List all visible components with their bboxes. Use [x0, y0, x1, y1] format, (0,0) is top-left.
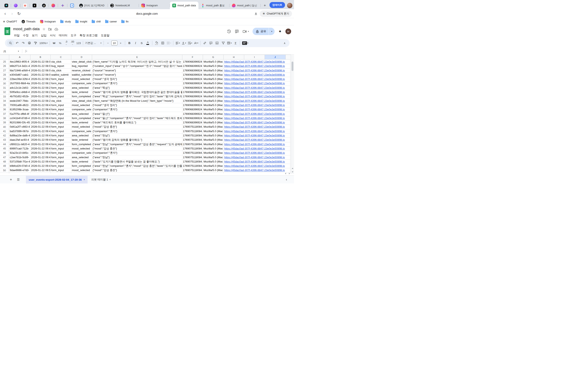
- column-header-b[interactable]: B: [30, 55, 51, 59]
- select-all-corner[interactable]: [0, 55, 9, 59]
- vertical-scrollbar-thumb[interactable]: [292, 62, 293, 71]
- text-rotation-icon[interactable]: ▾: [193, 40, 199, 46]
- cell-url-link[interactable]: https://45dac0ad-307f-4396-8847-23e0e3e5…: [224, 68, 290, 73]
- sheets-logo-icon[interactable]: [4, 27, 10, 35]
- name-box[interactable]: J1: [0, 50, 18, 53]
- cell-url-link[interactable]: https://45dac0ad-307f-4396-8847-23e0e3e5…: [224, 133, 290, 138]
- cell-user-agent[interactable]: Mozilla/5.0 (Mac: [203, 133, 224, 138]
- column-header-e[interactable]: E: [92, 55, 182, 59]
- ask-chatgpt-button[interactable]: ✳ ChatGPT에게 묻기: [260, 10, 292, 17]
- cell-user-id[interactable]: 6d9ba10e-dafb-4: [9, 133, 30, 138]
- move-folder-icon[interactable]: [48, 27, 52, 31]
- cell-user-id[interactable]: eede1947-79dc-: [9, 99, 30, 103]
- menu-item[interactable]: 서식: [48, 33, 57, 38]
- cell-user-id[interactable]: cc041b4f-87d9-4: [9, 116, 30, 120]
- meet-video-icon[interactable]: ▾: [242, 30, 249, 33]
- cell-timestamp[interactable]: 2026-01-22 08:4: [30, 108, 51, 112]
- cell-url-link[interactable]: https://45dac0ad-307f-4396-8847-23e0e3e5…: [224, 73, 290, 77]
- column-header-j-selected[interactable]: J: [265, 55, 286, 59]
- cell-payload[interactable]: {"mood":"생각 정리"}: [92, 103, 182, 108]
- cell-timestamp[interactable]: 2026-01-22 08:0: [30, 60, 51, 64]
- cell-epoch-ms[interactable]: 1769068396924: [182, 90, 203, 94]
- cell-epoch-ms[interactable]: 1769075118084.: [182, 129, 203, 133]
- menu-item[interactable]: 파일: [12, 33, 21, 38]
- column-header-i[interactable]: I: [244, 55, 265, 59]
- cell-user-id[interactable]: c2ee781b-5c89-: [9, 155, 30, 160]
- cell-payload[interactable]: {"area":"뚝섬","companion":"혼자","mood":"생각…: [92, 94, 182, 99]
- star-icon[interactable]: ☆: [43, 27, 45, 31]
- menu-item[interactable]: 확장 프로그램: [78, 33, 99, 38]
- cell-user-id[interactable]: 0d41a2f7-c663-4: [9, 125, 30, 129]
- row-number[interactable]: 39: [0, 120, 9, 125]
- cell-epoch-ms[interactable]: 1769068396924: [182, 81, 203, 86]
- cell-url-link[interactable]: https://45dac0ad-307f-4396-8847-23e0e3e5…: [224, 142, 290, 147]
- cell-url-link[interactable]: https://45dac0ad-307f-4396-8847-23e0e3e5…: [224, 160, 290, 164]
- cell-payload[interactable]: {"taste":"왕가위 감독의 영화를 좋아해요. 국립현대미술관 같은 현…: [92, 90, 182, 94]
- cell-url-link[interactable]: https://45dac0ad-307f-4396-8847-23e0e3e5…: [224, 151, 290, 155]
- cell-epoch-ms[interactable]: 1769068396924: [182, 112, 203, 116]
- cell-event-category[interactable]: bug_report: [51, 64, 71, 68]
- pinned-tab-gmail[interactable]: [20, 2, 30, 9]
- column-header-c[interactable]: C: [51, 55, 71, 59]
- cell-url-link[interactable]: https://45dac0ad-307f-4396-8847-23e0e3e5…: [224, 147, 290, 151]
- cell-timestamp[interactable]: 2026-01-22 08:4: [30, 116, 51, 120]
- cell-payload[interactable]: {"companion":"혼자"}: [92, 81, 182, 86]
- row-number[interactable]: 26: [0, 64, 9, 68]
- cell-event-category[interactable]: form_input: [51, 147, 71, 151]
- cell-url-link[interactable]: https://45dac0ad-307f-4396-8847-23e0e3e5…: [224, 168, 290, 173]
- cell-user-id[interactable]: 22bec06d-32fd-4: [9, 77, 30, 81]
- decrease-decimals-icon[interactable]: .0←: [63, 40, 69, 46]
- pinned-tab-genie[interactable]: [11, 2, 20, 9]
- cell-event-name[interactable]: mood_selected: [71, 147, 92, 151]
- formula-input[interactable]: [27, 48, 294, 54]
- bold-icon[interactable]: B: [127, 40, 132, 46]
- cell-timestamp[interactable]: 2026-01-22 08:2: [30, 77, 51, 81]
- horizontal-align-icon[interactable]: ▾: [175, 40, 181, 46]
- cell-epoch-ms[interactable]: 1769068396924: [182, 77, 203, 81]
- cell-payload[interactable]: {"area":"한남"}: [92, 133, 182, 138]
- cell-event-name[interactable]: taste_entered: [71, 120, 92, 125]
- cell-timestamp[interactable]: 2026-01-22 09:4: [30, 125, 51, 129]
- cell-timestamp[interactable]: 2026-01-22 08:4: [30, 120, 51, 125]
- cell-user-agent[interactable]: Mozilla/5.0 (Mac: [203, 173, 224, 174]
- row-number[interactable]: 46: [0, 151, 9, 155]
- cell-event-name[interactable]: area_selected: [71, 112, 92, 116]
- cell-payload[interactable]: {"area":"한남","companion":"혼자","mood":"감성…: [92, 164, 182, 168]
- cell-event-category[interactable]: form_input: [51, 90, 71, 94]
- cell-payload[interactable]: {"companion":"혼자"}: [92, 129, 182, 133]
- tab-mood-path-site[interactable]: mood_path | 당신: [229, 2, 260, 9]
- download-icon[interactable]: [254, 12, 258, 15]
- cell-user-id[interactable]: f1a7f75c-dfb8-4f: [9, 112, 30, 116]
- format-currency-icon[interactable]: ₩: [51, 40, 57, 46]
- row-number[interactable]: 32: [0, 90, 9, 94]
- cell-event-name[interactable]: view_detail_click: [71, 99, 92, 103]
- bookmark-folder-study[interactable]: study: [60, 20, 71, 23]
- cell-event-name[interactable]: area_selected: [71, 133, 92, 138]
- bookmark-folder-career[interactable]: career: [105, 20, 117, 23]
- cell-url-link[interactable]: https://45dac0ad-307f-4396-8847-23e0e3e5…: [224, 64, 290, 68]
- menu-item[interactable]: 수정: [21, 33, 30, 38]
- cell-event-category[interactable]: form_input: [51, 103, 71, 108]
- pinned-tab-calendar[interactable]: [67, 2, 77, 9]
- cell-payload[interactable]: {"area":"한남"}: [92, 155, 182, 160]
- pinned-tab-bookmark-app[interactable]: [2, 2, 11, 9]
- cell-event-category[interactable]: form_input: [51, 151, 71, 155]
- merge-cells-icon[interactable]: ▾: [166, 40, 172, 46]
- more-formats-icon[interactable]: 123: [76, 40, 81, 46]
- forward-icon[interactable]: ›: [9, 11, 16, 16]
- cell-payload[interactable]: {"taste":"왕가위 감독의 영화를 좋아해요."}: [92, 138, 182, 142]
- cell-url-link[interactable]: https://45dac0ad-307f-4396-8847-23e0e3e5…: [224, 138, 290, 142]
- cell-user-id[interactable]: 4b792d52-652b-: [9, 94, 30, 99]
- cell-timestamp[interactable]: 2026-01-22 09:4: [30, 147, 51, 151]
- cell-event-name[interactable]: area_selected: [71, 86, 92, 90]
- row-number[interactable]: 49: [0, 164, 9, 168]
- tab-instagram[interactable]: Instagram: [139, 2, 170, 9]
- cell-user-id[interactable]: ba537899-067d-: [9, 129, 30, 133]
- cell-user-agent[interactable]: Mozilla/5.0 (Mac: [203, 60, 224, 64]
- borders-icon[interactable]: [160, 40, 165, 46]
- cell-epoch-ms[interactable]: 1769075118084.: [182, 164, 203, 168]
- table-tools-icon[interactable]: ▾: [226, 40, 232, 46]
- row-number[interactable]: 47: [0, 155, 9, 160]
- cell-timestamp[interactable]: 2026-01-22 09:5: [30, 173, 51, 174]
- cell-user-id[interactable]: 8195206b-3caa-: [9, 108, 30, 112]
